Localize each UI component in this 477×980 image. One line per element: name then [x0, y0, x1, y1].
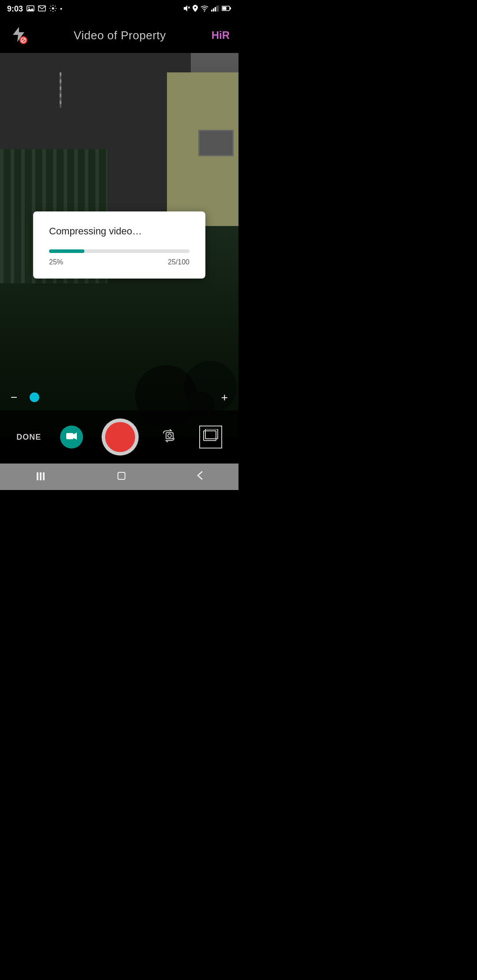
record-button-inner — [105, 422, 135, 452]
nav-back-icon[interactable] — [197, 471, 203, 483]
camera-preview: Compressing video… 25% 25/100 — [0, 53, 238, 437]
gallery-button[interactable] — [199, 426, 222, 449]
dot-status-icon: • — [60, 5, 62, 12]
app-bar: Video of Property HiR — [0, 18, 238, 53]
svg-marker-2 — [27, 8, 34, 11]
svg-point-4 — [52, 7, 54, 9]
progress-bar-track — [49, 249, 189, 253]
bottom-toolbar: DONE — [0, 411, 238, 464]
brand-label: HiR — [212, 29, 230, 41]
gallery-icon — [203, 429, 219, 445]
svg-rect-16 — [230, 8, 231, 10]
svg-rect-14 — [218, 5, 219, 11]
svg-point-24 — [168, 434, 171, 437]
video-mode-button[interactable] — [60, 426, 83, 449]
dialog-title: Compressing video… — [49, 226, 189, 237]
svg-rect-28 — [40, 472, 42, 480]
battery-icon — [222, 5, 231, 12]
compression-dialog: Compressing video… 25% 25/100 — [33, 211, 205, 279]
nav-menu-icon[interactable] — [35, 471, 46, 483]
image-status-icon — [26, 5, 34, 13]
svg-rect-12 — [215, 7, 216, 11]
page-title: Video of Property — [74, 29, 166, 42]
nav-bar — [0, 464, 238, 490]
status-left: 9:03 • — [7, 4, 62, 14]
record-button[interactable] — [102, 418, 139, 456]
zoom-plus-icon[interactable]: + — [221, 391, 228, 404]
progress-fraction-label: 25/100 — [168, 258, 189, 266]
status-right — [183, 5, 231, 13]
flip-camera-icon — [162, 429, 176, 445]
email-status-icon — [38, 5, 46, 13]
status-time: 9:03 — [7, 4, 23, 14]
svg-rect-3 — [38, 6, 45, 11]
svg-marker-22 — [73, 433, 77, 440]
wifi-icon — [201, 5, 208, 13]
svg-rect-27 — [37, 472, 38, 480]
svg-rect-29 — [43, 472, 45, 480]
svg-rect-30 — [118, 472, 125, 479]
video-camera-icon — [66, 431, 77, 443]
flash-disabled-badge — [19, 36, 27, 44]
progress-bar-fill — [49, 249, 84, 253]
svg-point-8 — [194, 7, 196, 8]
done-button[interactable]: DONE — [16, 433, 41, 442]
svg-line-20 — [22, 38, 25, 42]
flash-toggle[interactable] — [9, 26, 28, 45]
settings-status-icon — [49, 5, 57, 13]
svg-rect-11 — [213, 8, 214, 11]
dialog-overlay: Compressing video… 25% 25/100 — [0, 53, 238, 437]
zoom-bar: − + — [0, 384, 238, 411]
signal-icon — [211, 5, 219, 13]
svg-rect-13 — [216, 6, 218, 11]
zoom-level-indicator — [30, 392, 39, 402]
svg-rect-21 — [66, 433, 73, 439]
progress-percent-label: 25% — [49, 258, 63, 266]
status-bar: 9:03 • — [0, 0, 238, 18]
svg-point-9 — [204, 10, 205, 11]
nav-home-icon[interactable] — [117, 471, 126, 483]
svg-point-1 — [28, 7, 30, 8]
progress-labels: 25% 25/100 — [49, 258, 189, 266]
svg-marker-5 — [184, 5, 187, 11]
svg-rect-17 — [223, 7, 227, 10]
svg-rect-10 — [211, 10, 212, 11]
location-icon — [193, 5, 198, 13]
mute-icon — [183, 5, 190, 13]
flip-camera-button[interactable] — [157, 426, 180, 449]
zoom-minus-icon[interactable]: − — [11, 391, 17, 404]
